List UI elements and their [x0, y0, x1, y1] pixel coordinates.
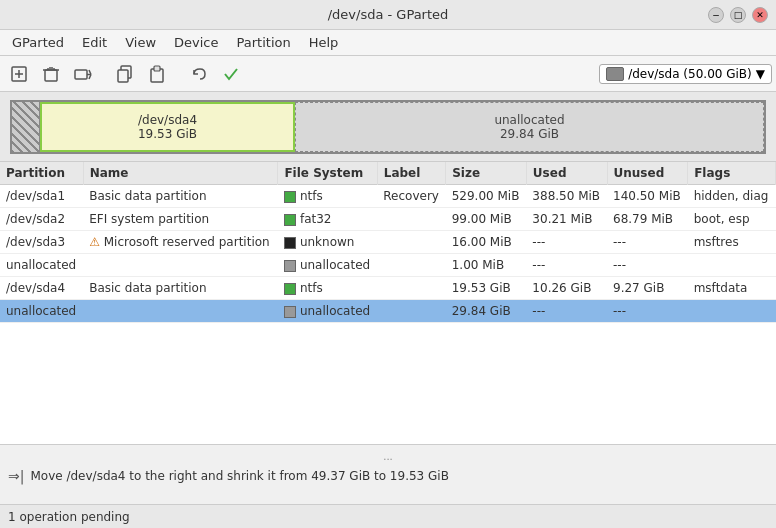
cell-label: [377, 254, 445, 277]
cell-partition: unallocated: [0, 254, 83, 277]
disk-unallocated-label: unallocated: [494, 113, 564, 127]
col-flags: Flags: [688, 162, 776, 185]
cell-partition: /dev/sda3: [0, 231, 83, 254]
close-button[interactable]: ✕: [752, 7, 768, 23]
fs-color-box: [284, 214, 296, 226]
cell-label: Recovery: [377, 185, 445, 208]
cell-unused: ---: [607, 231, 688, 254]
table-row[interactable]: /dev/sda4Basic data partitionntfs19.53 G…: [0, 277, 776, 300]
cell-used: 388.50 MiB: [526, 185, 607, 208]
menu-view[interactable]: View: [117, 33, 164, 52]
cell-name: Basic data partition: [83, 277, 278, 300]
copy-partition-button[interactable]: [110, 60, 140, 88]
ops-scroll: ...: [8, 449, 768, 464]
menu-partition[interactable]: Partition: [229, 33, 299, 52]
col-name: Name: [83, 162, 278, 185]
operation-description: Move /dev/sda4 to the right and shrink i…: [30, 469, 448, 483]
toolbar: /dev/sda (50.00 GiB) ▼: [0, 56, 776, 92]
ops-arrow-icon: ⇒|: [8, 468, 24, 484]
apply-button[interactable]: [216, 60, 246, 88]
disk-sda4-label: /dev/sda4: [138, 113, 197, 127]
cell-size: 1.00 MiB: [446, 254, 527, 277]
cell-size: 99.00 MiB: [446, 208, 527, 231]
cell-size: 16.00 MiB: [446, 231, 527, 254]
cell-partition: unallocated: [0, 300, 83, 323]
menu-help[interactable]: Help: [301, 33, 347, 52]
cell-used: ---: [526, 254, 607, 277]
ops-scroll-dots: ...: [383, 451, 393, 462]
maximize-button[interactable]: □: [730, 7, 746, 23]
cell-label: [377, 231, 445, 254]
col-filesystem: File System: [278, 162, 377, 185]
cell-label: [377, 208, 445, 231]
disk-sda4-partition[interactable]: /dev/sda4 19.53 GiB: [40, 102, 295, 152]
partition-table-area: Partition Name File System Label Size Us…: [0, 162, 776, 444]
col-used: Used: [526, 162, 607, 185]
operation-item: ⇒| Move /dev/sda4 to the right and shrin…: [8, 464, 768, 488]
cell-name: [83, 254, 278, 277]
resize-move-button[interactable]: [68, 60, 98, 88]
undo-button[interactable]: [184, 60, 214, 88]
svg-rect-13: [118, 70, 128, 82]
disk-visual-inner: /dev/sda4 19.53 GiB unallocated 29.84 Gi…: [10, 100, 766, 154]
svg-rect-8: [75, 70, 87, 79]
disk-sda4-size: 19.53 GiB: [138, 127, 197, 141]
device-label: /dev/sda (50.00 GiB): [628, 67, 752, 81]
cell-filesystem: fat32: [278, 208, 377, 231]
cell-name: ⚠ Microsoft reserved partition: [83, 231, 278, 254]
table-row[interactable]: /dev/sda2EFI system partitionfat3299.00 …: [0, 208, 776, 231]
table-row[interactable]: unallocatedunallocated1.00 MiB------: [0, 254, 776, 277]
cell-used: 10.26 GiB: [526, 277, 607, 300]
col-label: Label: [377, 162, 445, 185]
minimize-button[interactable]: −: [708, 7, 724, 23]
cell-filesystem: unallocated: [278, 254, 377, 277]
cell-unused: 9.27 GiB: [607, 277, 688, 300]
cell-flags: msftdata: [688, 277, 776, 300]
cell-used: ---: [526, 300, 607, 323]
cell-flags: hidden, diag: [688, 185, 776, 208]
paste-partition-button[interactable]: [142, 60, 172, 88]
cell-unused: 68.79 MiB: [607, 208, 688, 231]
col-partition: Partition: [0, 162, 83, 185]
menu-bar: GParted Edit View Device Partition Help: [0, 30, 776, 56]
menu-device[interactable]: Device: [166, 33, 226, 52]
delete-partition-button[interactable]: [36, 60, 66, 88]
table-row[interactable]: /dev/sda3⚠ Microsoft reserved partitionu…: [0, 231, 776, 254]
cell-size: 529.00 MiB: [446, 185, 527, 208]
cell-label: [377, 300, 445, 323]
disk-stripe: [12, 102, 40, 152]
table-row[interactable]: unallocatedunallocated29.84 GiB------: [0, 300, 776, 323]
cell-label: [377, 277, 445, 300]
disk-visual: /dev/sda4 19.53 GiB unallocated 29.84 Gi…: [0, 92, 776, 162]
menu-edit[interactable]: Edit: [74, 33, 115, 52]
cell-filesystem: ntfs: [278, 277, 377, 300]
new-partition-button[interactable]: [4, 60, 34, 88]
cell-name: [83, 300, 278, 323]
title-bar: /dev/sda - GParted − □ ✕: [0, 0, 776, 30]
cell-flags: msftres: [688, 231, 776, 254]
cell-partition: /dev/sda2: [0, 208, 83, 231]
window-controls: − □ ✕: [708, 7, 768, 23]
fs-color-box: [284, 260, 296, 272]
cell-name: Basic data partition: [83, 185, 278, 208]
fs-color-box: [284, 191, 296, 203]
cell-filesystem: unallocated: [278, 300, 377, 323]
cell-flags: [688, 254, 776, 277]
disk-unallocated-partition[interactable]: unallocated 29.84 GiB: [295, 102, 764, 152]
table-row[interactable]: /dev/sda1Basic data partitionntfsRecover…: [0, 185, 776, 208]
cell-partition: /dev/sda4: [0, 277, 83, 300]
disk-icon: [606, 67, 624, 81]
cell-filesystem: unknown: [278, 231, 377, 254]
cell-size: 19.53 GiB: [446, 277, 527, 300]
menu-gparted[interactable]: GParted: [4, 33, 72, 52]
cell-filesystem: ntfs: [278, 185, 377, 208]
status-text: 1 operation pending: [8, 510, 130, 524]
table-header-row: Partition Name File System Label Size Us…: [0, 162, 776, 185]
cell-unused: ---: [607, 300, 688, 323]
device-selector[interactable]: /dev/sda (50.00 GiB) ▼: [599, 64, 772, 84]
warning-icon: ⚠: [89, 235, 104, 249]
cell-used: ---: [526, 231, 607, 254]
cell-size: 29.84 GiB: [446, 300, 527, 323]
cell-unused: 140.50 MiB: [607, 185, 688, 208]
cell-unused: ---: [607, 254, 688, 277]
